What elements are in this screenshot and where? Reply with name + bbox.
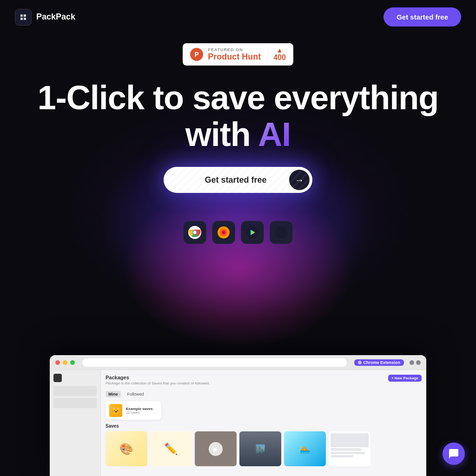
get-started-label: Get started free <box>182 175 289 185</box>
ph-featured-label: FEATURED ON <box>208 47 243 52</box>
package-count: 12 Saves <box>126 411 152 414</box>
get-started-arrow-button[interactable]: → <box>289 170 310 190</box>
get-started-bar[interactable]: Get started free → <box>164 167 312 193</box>
example-package-card[interactable]: 🐱 Example saves 12 Saves <box>106 401 161 420</box>
svg-point-3 <box>193 231 197 234</box>
packages-tabs: Mine Followed <box>106 391 422 397</box>
ph-score-area: ▲ 400 <box>267 47 286 62</box>
headline-line1: 1-Click to save everything <box>38 79 438 116</box>
ph-text: FEATURED ON Product Hunt <box>208 47 261 62</box>
hero-headline: 1-Click to save everything with AI <box>0 79 476 153</box>
sidebar-nav-2 <box>53 398 97 408</box>
saves-grid: 🎨 ✏️ ▶ 🏙️ 🏊 <box>106 431 422 466</box>
logo-icon <box>15 9 32 26</box>
window-dot-1 <box>410 360 414 365</box>
sidebar-nav-1 <box>53 386 97 396</box>
headline-line2-normal: with <box>185 116 258 153</box>
app-screenshot: Chrome Extension Packages Package is the… <box>50 355 426 476</box>
save-card-4[interactable]: 🏙️ <box>239 431 281 466</box>
hero-section: P FEATURED ON Product Hunt ▲ 400 1-Click… <box>0 34 476 244</box>
app-main-content: Packages Package is the collection of Sa… <box>101 370 426 476</box>
app-logo-small <box>53 374 62 382</box>
save-card-1[interactable]: 🎨 <box>106 431 147 466</box>
window-close-dot <box>55 360 60 365</box>
window-chrome: Chrome Extension <box>50 355 426 370</box>
firefox-icon-button[interactable] <box>212 221 235 244</box>
product-hunt-badge[interactable]: P FEATURED ON Product Hunt ▲ 400 <box>0 43 476 79</box>
logo-area: PackPack <box>15 9 75 26</box>
saves-label: Saves <box>106 423 422 429</box>
chrome-ext-label: Chrome Extension <box>363 360 400 365</box>
window-controls <box>410 360 421 365</box>
google-play-icon-button[interactable] <box>241 221 264 244</box>
address-bar <box>82 358 347 367</box>
logo-text: PackPack <box>36 12 75 22</box>
saves-section: Saves 🎨 ✏️ ▶ 🏙️ <box>106 423 422 466</box>
svg-point-11 <box>358 361 362 364</box>
svg-point-7 <box>222 231 225 234</box>
nav-cta-button[interactable]: Get started free <box>383 7 461 26</box>
navbar: PackPack Get started free <box>0 0 476 34</box>
chat-bubble-button[interactable] <box>443 443 465 465</box>
save-card-2[interactable]: ✏️ <box>150 431 192 466</box>
ph-vote-count: 400 <box>273 53 286 62</box>
package-title: Example saves <box>126 407 152 411</box>
browser-icons-row <box>0 221 476 244</box>
tab-mine[interactable]: Mine <box>106 391 121 397</box>
window-minimize-dot <box>63 360 67 365</box>
ph-product-name: Product Hunt <box>208 52 261 62</box>
tab-followed[interactable]: Followed <box>125 391 147 397</box>
package-info: Example saves 12 Saves <box>126 407 152 414</box>
window-body: Packages Package is the collection of Sa… <box>50 370 426 476</box>
save-card-5[interactable]: 🏊 <box>284 431 326 466</box>
save-card-6[interactable] <box>329 431 370 466</box>
save-card-3[interactable]: ▶ <box>195 431 237 466</box>
packages-title: Packages <box>106 375 210 380</box>
packages-subtitle: Package is the collection of Saves that … <box>106 381 210 385</box>
package-thumbnail: 🐱 <box>109 404 122 417</box>
headline-ai-text: AI <box>258 116 291 153</box>
window-dot-2 <box>416 360 421 365</box>
ph-logo-icon: P <box>190 48 203 61</box>
chrome-icon-button[interactable] <box>183 221 206 244</box>
app-sidebar <box>50 370 101 476</box>
svg-point-10 <box>275 226 287 238</box>
apple-icon-button[interactable] <box>270 221 293 244</box>
ph-arrow-icon: ▲ <box>277 47 283 53</box>
chrome-extension-badge: Chrome Extension <box>354 359 404 366</box>
new-package-button[interactable]: + New Package <box>388 375 422 382</box>
window-maximize-dot <box>70 360 75 365</box>
